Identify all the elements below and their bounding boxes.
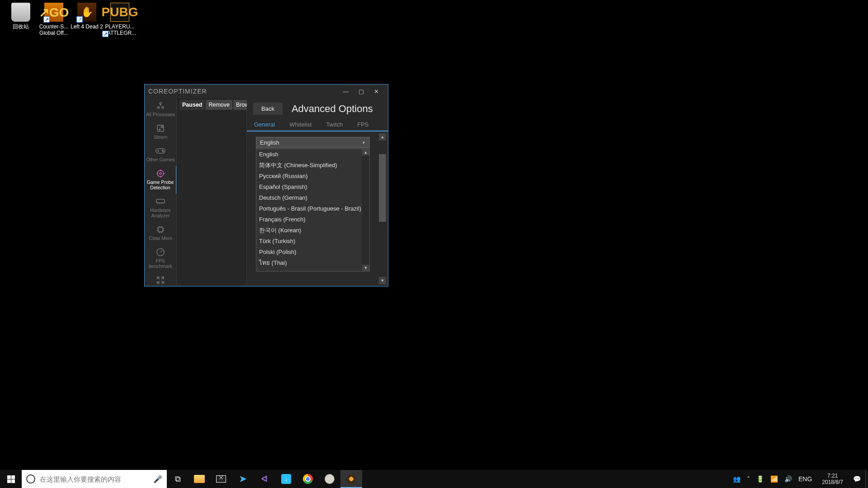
- desktop-icon-recycle-bin[interactable]: 回收站: [4, 3, 38, 30]
- start-button[interactable]: [0, 470, 22, 488]
- language-dropdown: English ▼ English 简体中文 (Chinese-Simplifi…: [256, 137, 370, 272]
- dropdown-item[interactable]: Español (Spanish): [256, 182, 369, 192]
- action-center-icon[interactable]: 💬: [853, 475, 861, 483]
- tab-whitelist[interactable]: Whitelist: [288, 118, 312, 131]
- dropdown-item[interactable]: 日本語 (Japanese): [256, 268, 369, 272]
- sidebar-item-label: Clear Mem: [146, 235, 175, 241]
- midtab-paused[interactable]: Paused: [179, 100, 205, 110]
- taskbar-app-vscode[interactable]: ᐊ: [254, 470, 275, 488]
- taskbar-app-explorer[interactable]: [189, 470, 210, 488]
- coreoptimizer-window: COREOPTIMIZER — ▢ ✕ All Processes Steam …: [144, 84, 388, 286]
- tab-twitch[interactable]: Twitch: [325, 118, 344, 131]
- taskbar-app-mail[interactable]: [210, 470, 232, 488]
- taskbar-app-overwolf[interactable]: [319, 470, 340, 488]
- processes-icon: [146, 101, 175, 111]
- window-title: COREOPTIMIZER: [148, 88, 338, 95]
- scrollbar-thumb[interactable]: [379, 154, 386, 222]
- scroll-up-icon[interactable]: ▲: [362, 149, 369, 155]
- task-view-button[interactable]: ⧉: [167, 470, 189, 488]
- sidebar-item-steam[interactable]: Steam: [145, 121, 176, 143]
- hardware-icon: [146, 197, 175, 206]
- shortcut-arrow-icon: ↗: [76, 16, 83, 23]
- middle-tabs: Paused Remove Browse: [177, 98, 246, 110]
- sidebar-item-fps[interactable]: FPS benchmark: [145, 244, 176, 272]
- clock[interactable]: 7:21 2018/8/7: [818, 473, 847, 485]
- taskbar-app-chrome[interactable]: [297, 470, 319, 488]
- sidebar-item-game-probe[interactable]: Game Probe Detection: [145, 166, 177, 194]
- back-button[interactable]: Back: [253, 103, 283, 115]
- taskbar-app-todo[interactable]: ↓: [275, 470, 297, 488]
- chevron-down-icon: ▼: [362, 141, 366, 145]
- close-button[interactable]: ✕: [369, 84, 384, 98]
- people-icon[interactable]: 👥: [733, 475, 741, 483]
- dropdown-item[interactable]: Polski (Polish): [256, 247, 369, 258]
- battery-icon[interactable]: 🔋: [756, 475, 764, 483]
- dropdown-scrollbar[interactable]: ▲ ▼: [362, 149, 369, 271]
- shortcut-arrow-icon: ↗: [43, 16, 50, 23]
- midtab-remove[interactable]: Remove: [206, 100, 232, 110]
- mail-icon: [216, 475, 226, 483]
- scroll-down-icon[interactable]: ▼: [379, 277, 386, 284]
- maximize-button[interactable]: ▢: [354, 84, 369, 98]
- taskbar: 🎤 ⧉ ➤ ᐊ ↓ 👥 ˄ 🔋 📶 🔊 ENG 7:21 2018/8/7 💬: [0, 470, 868, 488]
- options-tabs: General Whitelist Twitch FPS: [247, 118, 388, 131]
- dropdown-selected[interactable]: English ▼: [256, 137, 370, 148]
- sidebar-item-other-games[interactable]: Other Games: [145, 143, 176, 166]
- tray-overflow-icon[interactable]: ˄: [747, 475, 750, 483]
- sidebar-item-label: Steam: [146, 134, 175, 140]
- visual-studio-icon: ᐊ: [259, 474, 269, 484]
- svg-rect-19: [11, 475, 15, 479]
- dropdown-item[interactable]: 简体中文 (Chinese-Simplified): [256, 160, 369, 171]
- sidebar-item-label: Hardware Analyzer: [146, 207, 175, 218]
- sidebar-item-all-processes[interactable]: All Processes: [145, 98, 176, 121]
- dropdown-item[interactable]: Deutsch (German): [256, 192, 369, 203]
- chrome-icon: [303, 474, 313, 484]
- dropdown-item[interactable]: English: [256, 149, 369, 160]
- microphone-icon[interactable]: 🎤: [153, 475, 162, 483]
- desktop-icon-label: 回收站: [4, 23, 38, 30]
- dropdown-item[interactable]: Français (French): [256, 214, 369, 225]
- taskbar-app-telegram[interactable]: ➤: [232, 470, 254, 488]
- dropdown-item[interactable]: Türk (Turkish): [256, 236, 369, 247]
- ime-indicator[interactable]: ENG: [798, 475, 812, 483]
- sidebar-item-hardware[interactable]: Hardware Analyzer: [145, 194, 176, 222]
- sidebar-item-clear-mem[interactable]: Clear Mem: [145, 222, 176, 244]
- dropdown-item[interactable]: 한국어 (Korean): [256, 225, 369, 236]
- scroll-down-icon[interactable]: ▼: [362, 265, 369, 271]
- pubg-icon: ↗: [110, 3, 129, 22]
- svg-rect-15: [156, 199, 165, 203]
- windows-icon: [7, 475, 15, 483]
- search-box[interactable]: 🎤: [22, 470, 167, 488]
- right-panel: Back Advanced Options General Whitelist …: [247, 98, 388, 286]
- volume-icon[interactable]: 🔊: [784, 475, 792, 483]
- dropdown-item[interactable]: Русский (Russian): [256, 171, 369, 182]
- tab-fps[interactable]: FPS: [356, 118, 369, 131]
- taskbar-app-coreoptimizer[interactable]: [340, 470, 362, 488]
- dropdown-list: English 简体中文 (Chinese-Simplified) Русски…: [256, 149, 370, 272]
- minimize-button[interactable]: —: [338, 84, 354, 98]
- svg-rect-20: [7, 479, 11, 483]
- desktop-icon-csgo[interactable]: ↗ Counter-S... Global Off...: [37, 3, 71, 36]
- show-desktop-button[interactable]: [865, 470, 868, 488]
- svg-point-9: [157, 170, 164, 177]
- desktop-icon-pubg[interactable]: ↗ PLAYERU... BATTLEGR...: [103, 3, 137, 36]
- desktop-icon-label: Left 4 Dead 2: [70, 23, 104, 30]
- svg-point-10: [160, 173, 161, 174]
- system-tray: 👥 ˄ 🔋 📶 🔊 ENG 7:21 2018/8/7 💬: [728, 470, 865, 488]
- desktop-icon-l4d2[interactable]: ↗ Left 4 Dead 2: [70, 3, 104, 30]
- taskbar-spacer: [362, 470, 728, 488]
- scrollbar-track[interactable]: [379, 141, 386, 277]
- middle-column: Paused Remove Browse: [177, 98, 247, 286]
- content-scrollbar[interactable]: ▲ ▼: [379, 133, 386, 284]
- dropdown-item[interactable]: Português - Brasil (Portuguese - Brazil): [256, 203, 369, 214]
- probe-icon: [146, 169, 175, 178]
- scroll-up-icon[interactable]: ▲: [379, 133, 386, 141]
- dropdown-item[interactable]: ไทย (Thai): [256, 258, 369, 268]
- desktop-icon-label: Counter-S... Global Off...: [37, 23, 71, 36]
- tab-general[interactable]: General: [253, 118, 276, 131]
- sidebar-item-disk[interactable]: Disk compression: [145, 272, 176, 286]
- search-input[interactable]: [40, 475, 149, 483]
- wifi-icon[interactable]: 📶: [770, 475, 778, 483]
- titlebar[interactable]: COREOPTIMIZER — ▢ ✕: [145, 84, 388, 98]
- chip-icon: [146, 225, 175, 235]
